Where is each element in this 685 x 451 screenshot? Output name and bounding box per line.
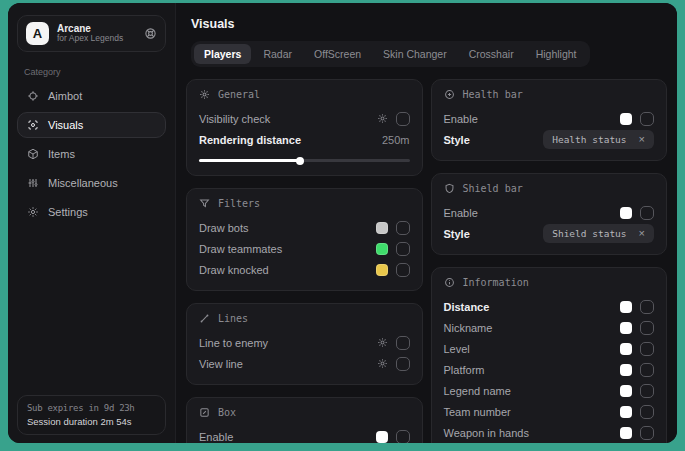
app-subtitle: for Apex Legends (57, 34, 123, 44)
clear-icon[interactable]: × (639, 228, 645, 239)
checkbox[interactable] (396, 242, 410, 256)
sidebar-item-items[interactable]: Items (17, 141, 166, 167)
right-column: Health bar Enable Style Health status (431, 79, 668, 443)
setting-label: View line (199, 358, 243, 370)
slider-value: 250m (382, 134, 410, 146)
checkbox[interactable] (396, 263, 410, 277)
setting-label: Draw knocked (199, 264, 269, 276)
setting-row: Draw bots (199, 217, 410, 238)
card-title-text: Health bar (463, 89, 523, 100)
category-label: Category (24, 67, 166, 77)
tab-offscreen[interactable]: OffScreen (304, 44, 371, 64)
card-title: Filters (199, 198, 410, 209)
card-title-text: General (218, 89, 260, 100)
health-bar-card: Health bar Enable Style Health status (431, 79, 668, 161)
color-swatch[interactable] (620, 343, 632, 355)
color-swatch[interactable] (376, 222, 388, 234)
checkbox[interactable] (640, 363, 654, 377)
gear-icon[interactable] (377, 358, 388, 369)
subscription-expiry: Sub expires in 9d 23h (27, 403, 156, 413)
style-dropdown[interactable]: Health status × (543, 130, 654, 149)
checkbox[interactable] (396, 357, 410, 371)
crosshair-icon (27, 90, 39, 102)
color-swatch[interactable] (620, 406, 632, 418)
card-title: Box (199, 407, 410, 418)
card-title: Information (444, 277, 655, 288)
setting-row: Nickname (444, 317, 655, 338)
setting-label: Enable (199, 431, 233, 443)
setting-label: Team number (444, 406, 511, 418)
checkbox[interactable] (640, 384, 654, 398)
setting-row: Platform (444, 359, 655, 380)
sidebar-nav: Aimbot Visuals Items (17, 83, 166, 225)
color-swatch[interactable] (620, 427, 632, 439)
checkbox[interactable] (396, 112, 410, 126)
tab-players[interactable]: Players (194, 44, 251, 64)
diagonal-line-icon (199, 313, 210, 324)
checkbox[interactable] (640, 112, 654, 126)
tab-skin-changer[interactable]: Skin Changer (373, 44, 457, 64)
checkbox[interactable] (396, 336, 410, 350)
setting-row: Level (444, 338, 655, 359)
checkbox[interactable] (396, 430, 410, 444)
color-swatch[interactable] (620, 113, 632, 125)
setting-row: Line to enemy (199, 332, 410, 353)
setting-row: Draw knocked (199, 259, 410, 280)
card-title-text: Lines (218, 313, 248, 324)
slider-thumb[interactable] (296, 157, 304, 165)
color-swatch[interactable] (620, 207, 632, 219)
sidebar-item-miscellaneous[interactable]: Miscellaneous (17, 170, 166, 196)
checkbox[interactable] (640, 342, 654, 356)
setting-row: Enable (444, 108, 655, 129)
tab-highlight[interactable]: Highlight (526, 44, 587, 64)
sidebar-item-aimbot[interactable]: Aimbot (17, 83, 166, 109)
rendering-distance-slider[interactable] (199, 156, 410, 165)
card-title-text: Filters (218, 198, 260, 209)
page-title: Visuals (191, 17, 677, 31)
checkbox[interactable] (640, 426, 654, 440)
color-swatch[interactable] (620, 385, 632, 397)
tab-bar: Players Radar OffScreen Skin Changer Cro… (191, 41, 590, 67)
sidebar-item-visuals[interactable]: Visuals (17, 112, 166, 138)
brand-card: A Arcane for Apex Legends (17, 15, 166, 52)
gear-icon[interactable] (377, 113, 388, 124)
main-panel: Visuals Players Radar OffScreen Skin Cha… (176, 3, 677, 443)
dropdown-value: Health status (552, 134, 626, 145)
card-title: Shield bar (444, 183, 655, 194)
style-dropdown[interactable]: Shield status × (543, 224, 654, 243)
color-swatch[interactable] (376, 431, 388, 443)
setting-label: Visibility check (199, 113, 270, 125)
color-swatch[interactable] (620, 364, 632, 376)
settings-content: General Visibility check (176, 67, 677, 443)
color-swatch[interactable] (620, 322, 632, 334)
setting-row: Legend name (444, 380, 655, 401)
setting-label: Platform (444, 364, 485, 376)
sidebar-item-label: Miscellaneous (48, 177, 118, 189)
scan-eye-icon (27, 119, 39, 131)
app-window: A Arcane for Apex Legends Category (8, 3, 677, 443)
setting-row: Enable (444, 202, 655, 223)
color-swatch[interactable] (376, 243, 388, 255)
gear-icon (199, 89, 210, 100)
setting-label: Nickname (444, 322, 493, 334)
support-icon[interactable] (144, 27, 157, 40)
setting-label: Enable (444, 207, 478, 219)
checkbox[interactable] (640, 300, 654, 314)
sidebar-item-settings[interactable]: Settings (17, 199, 166, 225)
setting-row: Draw teammates (199, 238, 410, 259)
checkbox[interactable] (640, 206, 654, 220)
clear-icon[interactable]: × (639, 134, 645, 145)
setting-label: Line to enemy (199, 337, 268, 349)
card-title-text: Box (218, 407, 236, 418)
color-swatch[interactable] (620, 301, 632, 313)
setting-row: Enable (199, 426, 410, 443)
color-swatch[interactable] (376, 264, 388, 276)
sidebar-item-label: Settings (48, 206, 88, 218)
checkbox[interactable] (640, 321, 654, 335)
gear-icon[interactable] (377, 337, 388, 348)
sidebar-item-label: Visuals (48, 119, 83, 131)
checkbox[interactable] (640, 405, 654, 419)
tab-radar[interactable]: Radar (253, 44, 302, 64)
checkbox[interactable] (396, 221, 410, 235)
tab-crosshair[interactable]: Crosshair (459, 44, 524, 64)
